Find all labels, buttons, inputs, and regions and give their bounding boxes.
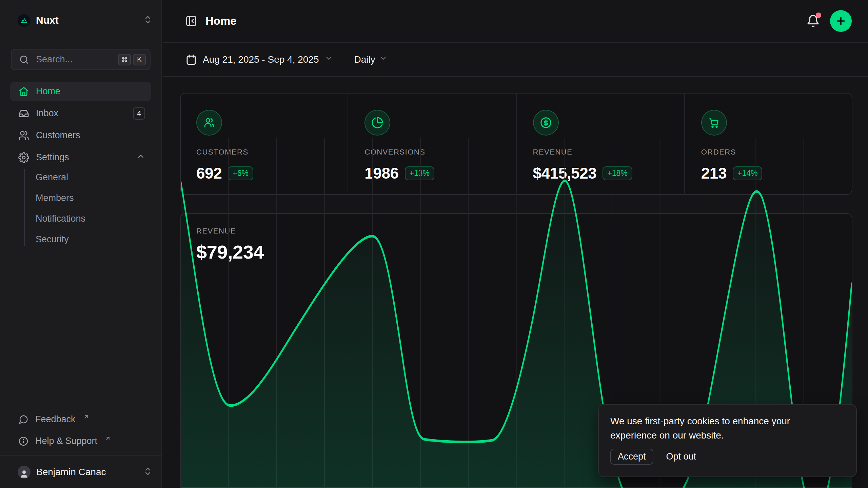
- collapse-sidebar-button[interactable]: [185, 15, 197, 27]
- sidebar-spacer: [0, 249, 161, 410]
- page-title: Home: [205, 15, 806, 27]
- page-header: Home: [163, 0, 868, 43]
- search-input[interactable]: Search... ⌘ K: [11, 49, 151, 70]
- dollar-circle-icon: [533, 110, 559, 136]
- home-icon: [18, 86, 29, 97]
- sidebar-item-general[interactable]: General: [25, 168, 151, 187]
- pie-chart-icon: [364, 110, 390, 136]
- sidebar-item-label: Settings: [36, 152, 130, 163]
- kbd-cmd: ⌘: [118, 54, 131, 65]
- cart-icon: [701, 110, 727, 136]
- chevrons-up-down-icon: [143, 15, 153, 26]
- feedback-link[interactable]: Feedback: [10, 410, 151, 429]
- sidebar-item-inbox[interactable]: Inbox 4: [10, 104, 151, 123]
- sidebar-item-label: Customers: [36, 130, 145, 141]
- sidebar-item-settings[interactable]: Settings: [10, 148, 151, 167]
- cookie-actions: Accept Opt out: [610, 449, 845, 465]
- settings-subnav: General Members Notifications Security: [10, 168, 151, 249]
- users-icon: [196, 110, 222, 136]
- optout-cookies-button[interactable]: Opt out: [666, 451, 696, 462]
- chevrons-up-down-icon: [143, 467, 153, 477]
- date-range-value: Aug 21, 2025 - Sep 4, 2025: [203, 54, 319, 65]
- inbox-icon: [18, 108, 29, 119]
- granularity-select[interactable]: Daily: [354, 54, 388, 65]
- calendar-icon: [185, 54, 197, 66]
- gear-icon: [18, 152, 29, 163]
- external-link-icon: [83, 412, 89, 422]
- sidebar-item-members[interactable]: Members: [25, 188, 151, 207]
- external-link-icon: [105, 433, 111, 444]
- sidebar-item-security[interactable]: Security: [25, 230, 151, 249]
- sidebar-item-label: Home: [36, 86, 145, 97]
- chevron-down-icon: [324, 54, 333, 65]
- sidebar: Nuxt Search... ⌘ K Home: [0, 0, 162, 488]
- add-button[interactable]: [830, 10, 852, 32]
- chevron-up-icon: [136, 152, 145, 163]
- filter-toolbar: Aug 21, 2025 - Sep 4, 2025 Daily: [163, 43, 868, 77]
- help-support-link[interactable]: Help & Support: [10, 431, 151, 451]
- chevron-down-icon: [379, 54, 388, 65]
- accept-cookies-button[interactable]: Accept: [610, 449, 653, 465]
- date-range-picker[interactable]: Aug 21, 2025 - Sep 4, 2025: [185, 54, 333, 66]
- search-icon: [19, 55, 29, 65]
- sidebar-item-label: Inbox: [36, 108, 126, 119]
- sidebar-footer-links: Feedback Help & Support: [10, 410, 151, 451]
- workspace-name: Nuxt: [36, 15, 143, 26]
- nuxt-logo-icon: [18, 14, 30, 27]
- notification-dot: [816, 13, 821, 18]
- sidebar-item-customers[interactable]: Customers: [10, 126, 151, 145]
- sidebar-item-home[interactable]: Home: [10, 82, 151, 101]
- cookie-banner: We use first-party cookies to enhance yo…: [598, 404, 857, 477]
- user-menu[interactable]: Benjamin Canac: [0, 455, 161, 488]
- users-icon: [18, 130, 29, 141]
- dashboard-screen: Nuxt Search... ⌘ K Home: [0, 0, 868, 488]
- feedback-label: Feedback: [35, 414, 76, 425]
- sidebar-nav: Home Inbox 4 Customers Settings: [10, 82, 151, 167]
- info-circle-icon: [18, 436, 28, 446]
- search-placeholder: Search...: [36, 54, 116, 65]
- inbox-count-badge: 4: [133, 107, 145, 120]
- user-name: Benjamin Canac: [36, 467, 143, 477]
- message-bubble-icon: [18, 414, 28, 425]
- avatar: [18, 466, 31, 479]
- granularity-value: Daily: [354, 54, 375, 65]
- kbd-k: K: [133, 54, 146, 65]
- sidebar-item-notifications[interactable]: Notifications: [25, 209, 151, 228]
- help-support-label: Help & Support: [35, 436, 97, 446]
- notifications-button[interactable]: [806, 14, 820, 28]
- workspace-switcher[interactable]: Nuxt: [0, 8, 161, 33]
- cookie-message: We use first-party cookies to enhance yo…: [610, 414, 821, 443]
